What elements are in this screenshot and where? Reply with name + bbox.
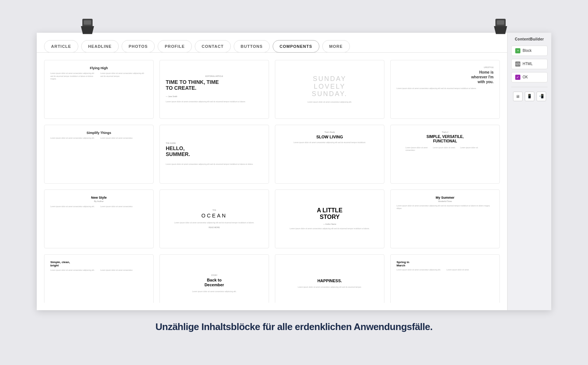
template-card-13[interactable]: Simple, clean,bright Lorem ipsum dolor s… <box>44 254 154 303</box>
ok-icon: ✓ <box>515 75 520 80</box>
ok-button[interactable]: ✓ OK <box>511 72 548 82</box>
device-row: 🖥 📱 📲 <box>511 92 548 101</box>
template-card-9[interactable]: New Style By Author Lorem ipsum dolor si… <box>44 189 154 248</box>
template-card-12[interactable]: My Summer Wonderful Times Lorem ipsum do… <box>390 189 500 248</box>
html-button[interactable]: </> HTML <box>511 59 548 69</box>
card-title-16: Spring inMarch <box>397 261 494 267</box>
card-body-2: Lorem ipsum dolor sit amet consectetur a… <box>166 100 263 103</box>
card-author-2: — Jane Smith <box>166 95 263 98</box>
card-subtitle-2: EDITORIAL ARTICLE <box>166 75 263 77</box>
template-card-4[interactable]: LIFESTYLE Home iswherever I'mwith you. L… <box>390 60 500 119</box>
card-title-14: Back toDecember <box>204 278 224 287</box>
tablet-device-button[interactable]: 📱 <box>525 92 534 101</box>
template-card-2[interactable]: EDITORIAL ARTICLE TIME TO THINK, TIMETO … <box>159 60 269 119</box>
card-body-3: Lorem ipsum dolor sit amet consectetur a… <box>308 101 352 103</box>
panel-title: ContentBuilder <box>511 37 548 41</box>
card-title-4: Home iswherever I'mwith you. <box>397 70 494 84</box>
right-panel: ContentBuilder ＋ Block </> HTML ✓ OK 🖥 📱… <box>507 33 551 310</box>
card-title-7: SLOW LIVING <box>316 135 343 139</box>
binder-clip-left <box>81 19 94 37</box>
card-title-1: Flying High <box>50 66 147 70</box>
card-title-12: My Summer <box>397 196 494 199</box>
tab-photos[interactable]: PHOTOS <box>122 40 155 53</box>
template-card-5[interactable]: Simplify Things Lorem ipsum dolor sit am… <box>44 125 154 184</box>
html-icon: </> <box>515 61 520 67</box>
tab-more[interactable]: MORE <box>322 40 350 53</box>
card-title-5: Simplify Things <box>50 131 147 135</box>
mobile-device-button[interactable]: 📲 <box>537 92 546 101</box>
template-card-3[interactable]: SUNDAYLOVELYSUNDAY. Lorem ipsum dolor si… <box>275 60 384 119</box>
block-button[interactable]: ＋ Block <box>511 46 548 56</box>
card-title-3: SUNDAYLOVELYSUNDAY. <box>312 75 347 98</box>
template-card-8[interactable]: That's 2 SIMPLE, VERSATILE,FUNCTIONAL Lo… <box>390 125 500 184</box>
template-card-15[interactable]: HAPPINESS. Lorem ipsum dolor sit amet co… <box>275 254 384 303</box>
card-title-10: OCEAN <box>201 213 227 219</box>
card-body-15: Lorem ipsum dolor sit amet consectetur a… <box>298 286 362 289</box>
card-body-12: Lorem ipsum dolor sit amet consectetur a… <box>397 205 494 210</box>
card-body-7: Lorem ipsum dolor sit amet consectetur a… <box>294 141 366 144</box>
tab-buttons[interactable]: BUTTONS <box>234 40 270 53</box>
card-title-6: HELLO,SUMMER. <box>166 146 263 157</box>
main-wrapper: ARTICLE HEADLINE PHOTOS PROFILE CONTACT … <box>37 33 551 333</box>
template-card-1[interactable]: Flying High Lorem ipsum dolor sit amet c… <box>44 60 154 119</box>
template-card-6[interactable]: THE GUIDE HELLO,SUMMER. Lorem ipsum dolo… <box>159 125 269 184</box>
template-grid: Flying High Lorem ipsum dolor sit amet c… <box>44 60 500 303</box>
tagline: Unzählige Inhaltsblöcke für alle erdenkl… <box>37 321 551 333</box>
card-title-2: TIME TO THINK, TIMETO CREATE. <box>166 79 263 91</box>
left-panel: ARTICLE HEADLINE PHOTOS PROFILE CONTACT … <box>37 33 507 310</box>
card-body-10: Lorem ipsum dolor sit amet consectetur a… <box>174 222 254 224</box>
tab-contact[interactable]: CONTACT <box>195 40 231 53</box>
desktop-device-button[interactable]: 🖥 <box>513 92 523 101</box>
template-card-10[interactable]: THE OCEAN Lorem ipsum dolor sit amet con… <box>159 189 269 248</box>
tab-article[interactable]: ARTICLE <box>44 40 78 53</box>
card-body-4: Lorem ipsum dolor sit amet consectetur a… <box>397 87 494 90</box>
card-body-6: Lorem ipsum dolor sit amet consectetur a… <box>166 163 263 166</box>
tab-profile[interactable]: PROFILE <box>158 40 192 53</box>
template-card-7[interactable]: That's Really SLOW LIVING Lorem ipsum do… <box>275 125 384 184</box>
template-card-11[interactable]: A LITTLESTORY — Author Name Lorem ipsum … <box>275 189 384 248</box>
card-body-14: Lorem ipsum dolor sit amet consectetur a… <box>192 290 236 293</box>
panel-divider <box>511 87 548 87</box>
block-icon: ＋ <box>515 48 520 53</box>
template-card-16[interactable]: Spring inMarch Lorem ipsum dolor sit ame… <box>390 254 500 303</box>
tab-headline[interactable]: HEADLINE <box>81 40 119 53</box>
card-title-13: Simple, clean,bright <box>50 261 147 267</box>
nav-tabs: ARTICLE HEADLINE PHOTOS PROFILE CONTACT … <box>37 33 507 53</box>
tab-components[interactable]: COMPONENTS <box>273 40 319 53</box>
template-grid-area: Flying High Lorem ipsum dolor sit amet c… <box>37 53 507 303</box>
card-body-11: Lorem ipsum dolor sit amet consectetur a… <box>290 227 369 230</box>
card-title-15: HAPPINESS. <box>318 279 342 283</box>
card-title-8: SIMPLE, VERSATILE,FUNCTIONAL <box>427 135 464 143</box>
content-area: ARTICLE HEADLINE PHOTOS PROFILE CONTACT … <box>37 33 551 310</box>
card-body-1: Lorem ipsum dolor sit amet consectetur a… <box>50 72 147 112</box>
template-card-14[interactable]: STORY Back toDecember Lorem ipsum dolor … <box>159 254 269 303</box>
card-title-9: New Style <box>50 196 147 199</box>
card-title-11: A LITTLESTORY <box>317 207 343 220</box>
binder-clip-right <box>494 19 507 37</box>
